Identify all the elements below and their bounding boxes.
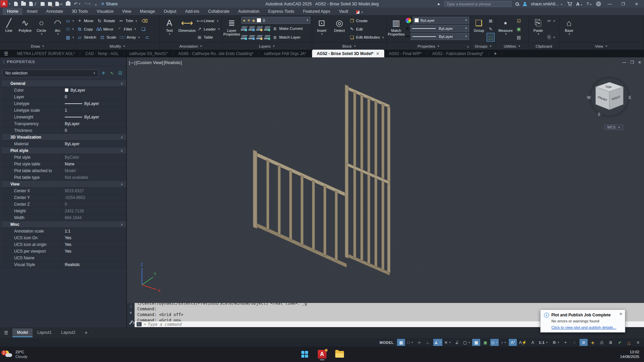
ribbon-tab-view[interactable]: View <box>118 8 136 15</box>
stretch-button[interactable]: ▱Stretch <box>77 33 96 41</box>
layer-lock-icon[interactable] <box>256 27 263 31</box>
layer-dropdown[interactable]: ●☀◈0▼ <box>241 17 310 24</box>
quick-select-button[interactable]: ☑ <box>515 17 523 25</box>
property-value[interactable]: ByLayer <box>62 114 126 120</box>
dropdown-caret-icon[interactable]: ▼ <box>135 20 138 22</box>
paste-button[interactable]: ⎘Paste▼ <box>530 16 546 42</box>
layer-sun-icon[interactable]: ☀ <box>247 18 250 23</box>
panel-expand-caret-icon[interactable]: ▼ <box>489 45 492 47</box>
layer-unlock-icon[interactable]: ◈ <box>252 18 255 23</box>
export-icon[interactable]: ⭢ <box>55 1 62 7</box>
layer-thaw-icon[interactable] <box>248 35 255 39</box>
dropdown-caret-icon[interactable]: ▼ <box>496 342 498 344</box>
app-menu-button[interactable]: A <box>0 0 8 7</box>
rectangle-button[interactable]: ▭▼ <box>66 17 74 25</box>
property-value[interactable]: ByLayer <box>62 87 126 93</box>
command-customize-wrench-icon[interactable] <box>129 321 133 325</box>
polar-tracking[interactable]: ∡▼ <box>433 339 442 346</box>
offset-button[interactable]: ⊂ <box>144 33 151 41</box>
ellipse-button[interactable]: ⬭▼ <box>66 25 74 33</box>
property-row[interactable]: MaterialByLayer <box>2 141 126 147</box>
array-button[interactable]: ∷∷Array▼ <box>119 33 140 41</box>
property-row[interactable]: Height2431.7126 <box>2 208 126 214</box>
dropdown-caret-icon[interactable]: ▼ <box>537 33 540 35</box>
panel-expand-caret-icon[interactable]: ▼ <box>605 45 607 47</box>
document-tab-3[interactable]: AG65 - Calthorpe Ro...ble Ends Cladding* <box>174 50 258 57</box>
document-tab-2[interactable]: calthorpe SS_Rev01* <box>125 50 172 57</box>
property-row[interactable]: Center Z0 <box>2 201 126 208</box>
close-button[interactable]: ✕ <box>632 2 641 6</box>
customization-sync[interactable]: ✔ <box>616 339 624 346</box>
panel-label-view[interactable]: View▼ <box>559 42 643 50</box>
property-row[interactable]: LineweightByLayer <box>2 114 126 120</box>
table-button[interactable]: ⊞Table <box>197 33 213 41</box>
property-value[interactable]: 0 <box>62 201 126 207</box>
ribbon-tab-express-tools[interactable]: Express Tools <box>264 8 299 15</box>
minimize-button[interactable]: — <box>605 2 614 6</box>
property-row[interactable]: Layer0 <box>2 94 126 100</box>
quick-calc-button[interactable]: ▤ <box>515 33 523 41</box>
property-row[interactable]: Plot table attached toModel <box>2 167 126 174</box>
base-button[interactable]: ⌂Base▼ <box>561 16 577 42</box>
property-value[interactable]: ByLayer <box>62 100 126 107</box>
property-row[interactable]: TransparencyByLayer <box>2 120 126 127</box>
document-tab-1[interactable]: CAD - Temp - AGL <box>81 50 123 57</box>
annotation-scale-flag[interactable]: A <box>529 339 537 346</box>
hatch-button[interactable]: ▨▼ <box>66 33 74 41</box>
layer-off-icon[interactable] <box>241 27 247 31</box>
text-button[interactable]: AText▼ <box>161 16 178 42</box>
new-layout-button[interactable]: ＋ <box>80 329 92 336</box>
palette-section-view[interactable]: View∧ <box>2 181 126 188</box>
layer-unlock-icon[interactable] <box>256 35 263 39</box>
restore-button[interactable]: ❐ <box>618 2 628 6</box>
dropdown-caret-icon[interactable]: ▼ <box>465 27 467 30</box>
panel-label-clipboard[interactable]: Clipboard <box>529 42 559 50</box>
leader-button[interactable]: ↗Leader▼ <box>197 25 220 33</box>
ribbon-tab-manage[interactable]: Manage <box>136 8 159 15</box>
dropdown-caret-icon[interactable]: ▼ <box>72 36 75 39</box>
dropdown-caret-icon[interactable]: ▼ <box>72 28 74 30</box>
group-select-button[interactable]: ⬚ <box>487 33 494 41</box>
property-value[interactable]: 2431.7126 <box>62 208 126 214</box>
ortho-mode[interactable]: ∟ <box>424 339 432 346</box>
panel-expand-caret-icon[interactable]: ▼ <box>437 45 440 47</box>
polyline-button[interactable]: ∿Polyline <box>18 16 33 42</box>
insert-button[interactable]: ⊡Insert▼ <box>313 16 330 42</box>
ribbon-tab-collaborate[interactable]: Collaborate <box>204 8 234 15</box>
linear-button[interactable]: ⟷Linear▼ <box>197 17 219 25</box>
plot-details[interactable]: ⎙ <box>598 339 606 346</box>
graphics-performance[interactable]: ⊘ <box>580 339 588 346</box>
dropdown-caret-icon[interactable]: ▼ <box>504 342 506 344</box>
property-value[interactable] <box>62 255 126 261</box>
dropdown-caret-icon[interactable]: ▼ <box>553 36 555 39</box>
document-tab-6[interactable]: AG52 - Final WIP* <box>384 50 427 57</box>
panel-expand-caret-icon[interactable]: ▼ <box>123 45 125 47</box>
panel-expand-caret-icon[interactable]: ▼ <box>518 45 521 47</box>
annotation-visibility[interactable]: A° <box>509 339 517 346</box>
command-grip-icon[interactable]: ⣿ <box>130 305 132 308</box>
dropdown-caret-icon[interactable]: ▼ <box>134 28 136 30</box>
property-row[interactable]: Visual StyleRealistic <box>2 261 126 268</box>
property-value[interactable]: ByLayer <box>62 141 126 147</box>
property-value[interactable]: ByLayer <box>62 120 126 127</box>
circle-button[interactable]: ○Circle▼ <box>34 16 49 42</box>
panel-label-layers[interactable]: Layers▼ <box>222 42 312 50</box>
document-tab-4[interactable]: calthorpe FAB Drgs JA* <box>259 50 311 57</box>
group-button[interactable]: ❏Group <box>472 16 486 42</box>
section-collapse-icon[interactable]: ∧ <box>120 82 123 85</box>
dropdown-caret-icon[interactable]: ▼ <box>218 28 220 30</box>
property-row[interactable]: Plot style tableNone <box>2 161 126 167</box>
app-menu-caret-icon[interactable]: ▼ <box>8 3 11 5</box>
property-value[interactable]: Model <box>62 167 126 174</box>
undo-button[interactable]: ↶▼ <box>74 1 81 7</box>
viewcube[interactable]: W S E TOP FRONT RIGHT <box>584 75 635 125</box>
grid-display[interactable]: ▦ <box>397 339 405 346</box>
panel-expand-caret-icon[interactable]: ▼ <box>200 45 202 47</box>
copy-clip-button[interactable]: ⎘▼ <box>548 33 555 41</box>
property-value[interactable]: None <box>62 161 126 167</box>
select-objects-icon[interactable]: ⇖ <box>109 70 115 76</box>
property-row[interactable]: Annotation scale1:1 <box>2 228 126 235</box>
property-row[interactable]: Thickness0 <box>2 127 126 134</box>
dropdown-caret-icon[interactable]: ▼ <box>216 20 219 22</box>
create-button[interactable]: ❐Create <box>349 17 368 25</box>
